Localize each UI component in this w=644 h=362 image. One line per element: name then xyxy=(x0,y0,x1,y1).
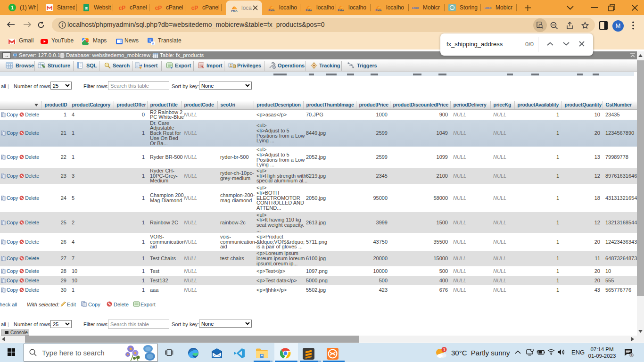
svg-text:cP: cP xyxy=(155,5,162,11)
svg-text:cP: cP xyxy=(191,5,198,11)
svg-text:1: 1 xyxy=(11,5,14,10)
svg-text:LOGO: LOGO xyxy=(485,7,492,9)
svg-text:PMA: PMA xyxy=(268,9,275,12)
svg-text:PMA: PMA xyxy=(375,9,382,12)
svg-text:1: 1 xyxy=(631,354,633,357)
svg-text:A: A xyxy=(152,41,154,45)
svg-text:LOGO: LOGO xyxy=(412,7,419,9)
svg-text:PMA: PMA xyxy=(231,9,238,12)
svg-text:PMA: PMA xyxy=(305,9,312,12)
svg-text:PMA: PMA xyxy=(338,9,344,12)
svg-text:cP: cP xyxy=(119,5,126,11)
svg-text:1: 1 xyxy=(443,347,446,352)
